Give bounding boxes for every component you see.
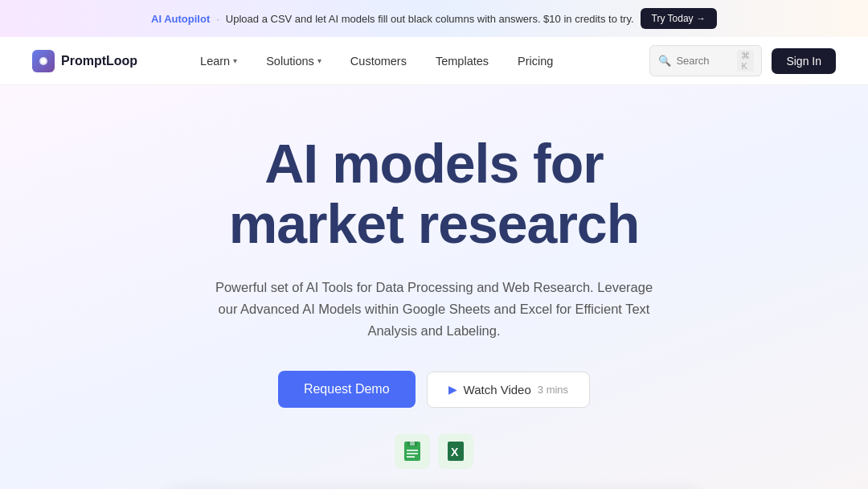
top-banner: AI Autopilot · Upload a CSV and let AI m… [0, 0, 868, 37]
hero-section: AI models for market research Powerful s… [0, 85, 868, 489]
svg-text:X: X [451, 446, 459, 458]
nav-item-solutions[interactable]: Solutions ▾ [252, 48, 336, 74]
video-duration: 3 mins [538, 384, 568, 396]
nav-links: Learn ▾ Solutions ▾ Customers Templates … [186, 48, 649, 74]
hero-buttons: Request Demo ▶ Watch Video 3 mins [32, 371, 836, 408]
autopilot-label: AI Autopilot [151, 13, 210, 25]
kbd-hint: ⌘ K [737, 50, 754, 72]
svg-rect-4 [407, 450, 418, 451]
request-demo-button[interactable]: Request Demo [278, 371, 416, 408]
nav-item-pricing[interactable]: Pricing [503, 48, 567, 74]
search-box[interactable]: 🔍 ⌘ K [649, 45, 762, 76]
logo-text: PromptLoop [61, 54, 137, 68]
watch-video-button[interactable]: ▶ Watch Video 3 mins [427, 372, 591, 408]
play-icon: ▶ [448, 383, 457, 396]
search-icon: 🔍 [658, 55, 671, 67]
svg-rect-7 [410, 442, 415, 446]
app-icons: X [32, 434, 836, 469]
banner-message: Upload a CSV and let AI models fill out … [226, 13, 634, 25]
excel-icon: X [438, 434, 473, 469]
nav-right: 🔍 ⌘ K Sign In [649, 45, 836, 76]
try-today-button[interactable]: Try Today → [641, 8, 717, 29]
chevron-down-icon: ▾ [317, 56, 321, 65]
nav-item-templates[interactable]: Templates [421, 48, 503, 74]
hero-headline: AI models for market research [32, 134, 836, 254]
nav-item-customers[interactable]: Customers [336, 48, 421, 74]
search-input[interactable] [676, 55, 732, 67]
logo[interactable]: PromptLoop [32, 50, 137, 72]
svg-point-1 [41, 59, 46, 64]
hero-subtext: Powerful set of AI Tools for Data Proces… [209, 277, 659, 343]
video-label: Watch Video [464, 383, 531, 397]
chevron-down-icon: ▾ [233, 56, 237, 65]
svg-rect-5 [407, 453, 418, 454]
google-sheets-icon [395, 434, 430, 469]
svg-rect-6 [407, 456, 415, 458]
sign-in-button[interactable]: Sign In [772, 48, 836, 74]
logo-icon [32, 50, 55, 72]
main-nav: PromptLoop Learn ▾ Solutions ▾ Customers… [0, 37, 868, 85]
banner-separator: · [216, 13, 219, 25]
nav-item-learn[interactable]: Learn ▾ [186, 48, 252, 74]
